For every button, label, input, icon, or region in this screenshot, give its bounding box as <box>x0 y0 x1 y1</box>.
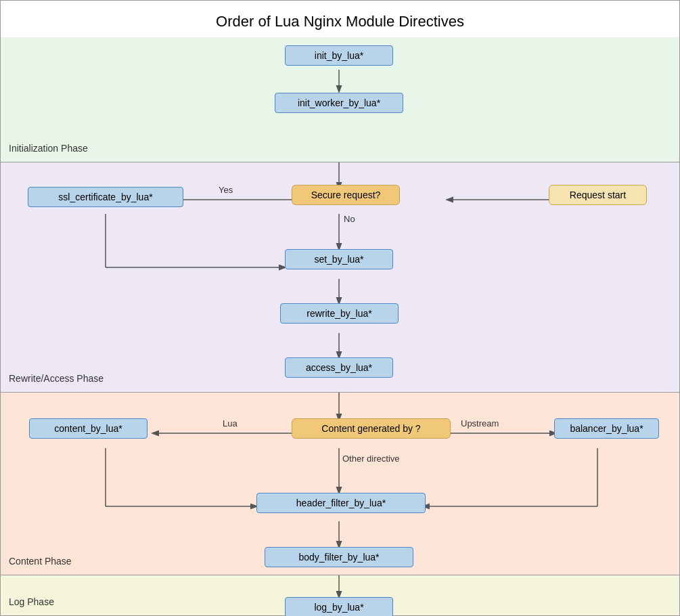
body-filter-box: body_filter_by_lua* <box>265 547 413 567</box>
access-by-lua-box: access_by_lua* <box>285 357 393 378</box>
init-worker-by-lua-box: init_worker_by_lua* <box>275 93 403 113</box>
no-label: No <box>344 214 355 224</box>
yes-label: Yes <box>219 185 233 195</box>
log-by-lua-box: log_by_lua* <box>285 597 393 616</box>
content-generated-by-box: Content generated by ? <box>292 418 451 439</box>
content-phase-label: Content Phase <box>9 556 72 567</box>
ssl-certificate-box: ssl_certificate_by_lua* <box>28 187 183 207</box>
phase-init: init_by_lua* init_worker_by_lua* Initial… <box>1 37 679 162</box>
init-phase-label: Initialization Phase <box>9 143 88 154</box>
phase-content: Content generated by ? content_by_lua* b… <box>1 393 679 575</box>
init-by-lua-box: init_by_lua* <box>285 45 393 66</box>
diagram-title: Order of Lua Nginx Module Directives <box>1 1 679 37</box>
secure-request-box: Secure request? <box>292 185 400 205</box>
lua-label: Lua <box>223 418 237 428</box>
request-start-box: Request start <box>549 185 647 205</box>
phase-rewrite: ssl_certificate_by_lua* Secure request? … <box>1 162 679 393</box>
log-phase-label: Log Phase <box>9 596 54 607</box>
content-by-lua-box: content_by_lua* <box>29 418 148 439</box>
rewrite-phase-label: Rewrite/Access Phase <box>9 373 104 384</box>
upstream-label: Upstream <box>461 418 499 428</box>
set-by-lua-box: set_by_lua* <box>285 249 393 269</box>
other-directive-label: Other directive <box>342 454 400 464</box>
header-filter-box: header_filter_by_lua* <box>256 493 426 513</box>
diagram-container: Order of Lua Nginx Module Directives ini… <box>0 0 680 616</box>
phase-log: log_by_lua* Log Phase <box>1 575 679 615</box>
rewrite-by-lua-box: rewrite_by_lua* <box>280 303 399 324</box>
balancer-by-lua-box: balancer_by_lua* <box>554 418 659 439</box>
